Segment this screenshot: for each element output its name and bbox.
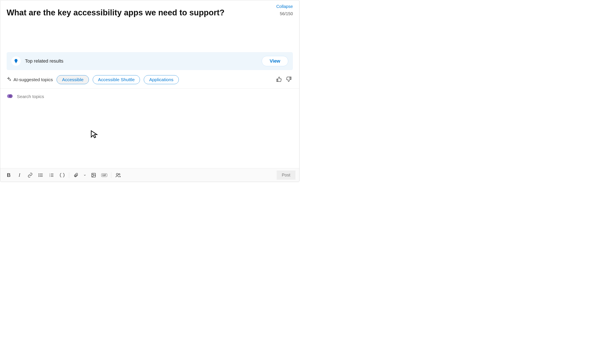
- related-results-panel: Top related results View: [7, 52, 293, 70]
- topic-pill-accessible[interactable]: Accessible: [57, 75, 89, 84]
- code-block-button[interactable]: [57, 171, 67, 179]
- bold-button[interactable]: B: [4, 171, 13, 179]
- topic-pill-accessible-shuttle[interactable]: Accessible Shuttle: [93, 75, 140, 84]
- search-topics-input[interactable]: [17, 94, 145, 99]
- collapse-link[interactable]: Collapse: [276, 4, 293, 9]
- svg-point-16: [116, 173, 118, 175]
- ai-suggested-topics-row: AI-suggested topics Accessible Accessibl…: [0, 70, 299, 86]
- mention-person-button[interactable]: [114, 171, 123, 179]
- viva-topics-icon: [7, 93, 13, 100]
- sparkle-icon: [7, 77, 11, 82]
- search-topics-row: [0, 89, 299, 105]
- editor-toolbar: B I 123 GIF Post: [0, 168, 299, 182]
- question-title[interactable]: What are the key accessibility apps we n…: [0, 0, 235, 18]
- image-button[interactable]: [89, 171, 98, 179]
- svg-point-5: [39, 174, 39, 174]
- numbered-list-button[interactable]: 123: [47, 171, 56, 179]
- post-button[interactable]: Post: [277, 170, 295, 180]
- character-count: 56/150: [280, 11, 293, 16]
- svg-point-7: [39, 176, 39, 177]
- thumbs-up-icon[interactable]: [276, 77, 282, 83]
- attachment-button[interactable]: [71, 171, 81, 179]
- related-results-label: Top related results: [25, 58, 63, 64]
- svg-point-17: [119, 173, 120, 175]
- gif-button[interactable]: GIF: [99, 171, 109, 179]
- ai-suggested-text: AI-suggested topics: [13, 77, 53, 82]
- link-button[interactable]: [26, 171, 35, 179]
- attachment-dropdown[interactable]: [82, 171, 88, 179]
- mouse-cursor-icon: [91, 130, 98, 139]
- italic-button[interactable]: I: [15, 171, 24, 179]
- view-button[interactable]: View: [262, 56, 288, 66]
- svg-point-15: [92, 174, 93, 175]
- ai-suggested-label: AI-suggested topics: [7, 77, 53, 82]
- svg-point-6: [39, 175, 39, 175]
- thumbs-down-icon[interactable]: [286, 77, 291, 83]
- lightbulb-icon: [11, 56, 21, 66]
- topic-pill-applications[interactable]: Applications: [144, 75, 179, 84]
- svg-point-1: [9, 94, 13, 98]
- bullet-list-button[interactable]: [36, 171, 45, 179]
- svg-text:3: 3: [49, 176, 50, 177]
